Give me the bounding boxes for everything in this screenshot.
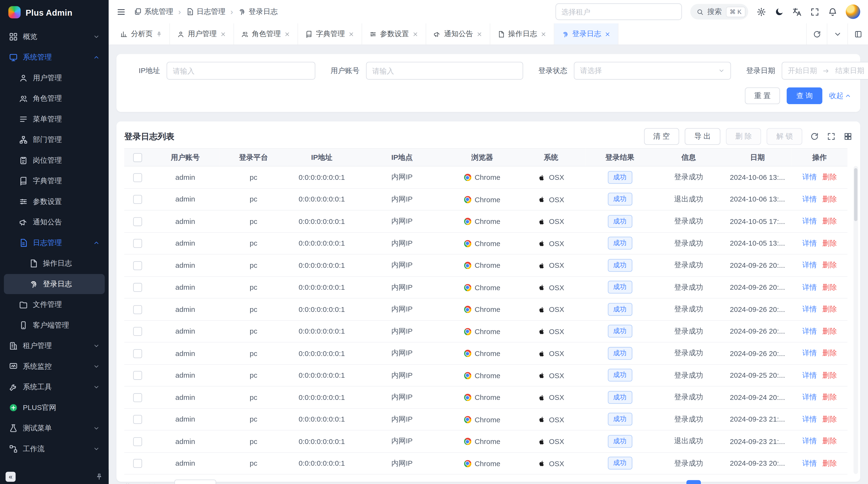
- tab-close-icon[interactable]: [476, 31, 483, 37]
- row-checkbox[interactable]: [133, 327, 142, 336]
- page-number-button[interactable]: 6: [781, 480, 796, 484]
- delete-link[interactable]: 删除: [823, 458, 837, 468]
- tab-close-icon[interactable]: [220, 31, 226, 37]
- unlock-button[interactable]: 解 锁: [767, 128, 802, 144]
- search-input[interactable]: 搜索 ⌘ K: [690, 4, 748, 20]
- sidebar-collapse-button[interactable]: «: [5, 472, 16, 482]
- first-page-button[interactable]: [629, 480, 644, 484]
- detail-link[interactable]: 详情: [802, 414, 817, 424]
- page-number-button[interactable]: 4: [743, 480, 757, 484]
- sidebar-item[interactable]: 工作流: [4, 439, 105, 459]
- delete-link[interactable]: 删除: [823, 172, 837, 183]
- sidebar-item[interactable]: 操作日志: [4, 253, 105, 273]
- detail-link[interactable]: 详情: [802, 370, 817, 380]
- tab[interactable]: 操作日志: [490, 23, 554, 44]
- tab-close-icon[interactable]: [540, 31, 546, 37]
- sidebar-item[interactable]: 租户管理: [4, 336, 105, 356]
- sidebar-item[interactable]: PLUS官网: [4, 398, 105, 418]
- row-checkbox[interactable]: [133, 349, 142, 358]
- page-number-button[interactable]: 2: [705, 480, 720, 484]
- row-checkbox[interactable]: [133, 217, 142, 226]
- collapse-filter-link[interactable]: 收起: [829, 91, 851, 101]
- row-checkbox[interactable]: [133, 459, 142, 468]
- tab[interactable]: 用户管理: [170, 23, 234, 44]
- fullscreen-icon[interactable]: [810, 7, 819, 17]
- page-number-button[interactable]: 1: [686, 480, 701, 484]
- select-all-checkbox[interactable]: [133, 153, 142, 162]
- prev-page-button[interactable]: [668, 480, 682, 484]
- delete-link[interactable]: 删除: [823, 392, 837, 402]
- next-page-button[interactable]: [800, 480, 814, 484]
- tabs-dropdown-button[interactable]: [827, 23, 847, 44]
- tab[interactable]: 分析页: [113, 23, 170, 44]
- detail-link[interactable]: 详情: [802, 348, 817, 358]
- prev-5-pages-button[interactable]: [649, 480, 663, 484]
- detail-link[interactable]: 详情: [802, 304, 817, 314]
- delete-link[interactable]: 删除: [823, 282, 837, 292]
- breadcrumb-item[interactable]: 登录日志: [238, 7, 278, 17]
- row-checkbox[interactable]: [133, 393, 142, 402]
- sidebar-item[interactable]: 用户管理: [4, 68, 105, 88]
- delete-link[interactable]: 删除: [823, 260, 837, 270]
- tab-close-icon[interactable]: [604, 31, 611, 37]
- row-checkbox[interactable]: [133, 261, 142, 270]
- last-page-button[interactable]: [838, 480, 852, 484]
- sidebar-item[interactable]: 菜单管理: [4, 109, 105, 129]
- breadcrumb-item[interactable]: 系统管理: [134, 7, 173, 17]
- delete-link[interactable]: 删除: [823, 414, 837, 424]
- breadcrumb-item[interactable]: 日志管理: [186, 7, 225, 17]
- row-checkbox[interactable]: [133, 173, 142, 182]
- detail-link[interactable]: 详情: [802, 194, 817, 204]
- query-button[interactable]: 查 询: [787, 88, 823, 104]
- row-checkbox[interactable]: [133, 371, 142, 380]
- page-number-button[interactable]: 3: [724, 480, 739, 484]
- tab[interactable]: 通知公告: [426, 23, 490, 44]
- row-checkbox[interactable]: [133, 305, 142, 314]
- detail-link[interactable]: 详情: [802, 282, 817, 292]
- refresh-icon[interactable]: [810, 132, 819, 141]
- ip-input[interactable]: [167, 62, 316, 79]
- tab[interactable]: 角色管理: [234, 23, 298, 44]
- tabs-refresh-button[interactable]: [806, 23, 827, 44]
- gear-icon[interactable]: [756, 7, 766, 17]
- page-size-select[interactable]: 20条/页: [174, 480, 216, 484]
- row-checkbox[interactable]: [133, 415, 142, 424]
- scrollbar-thumb[interactable]: [854, 168, 858, 221]
- pin-icon[interactable]: [95, 473, 103, 481]
- delete-link[interactable]: 删除: [823, 326, 837, 336]
- sidebar-item[interactable]: 岗位管理: [4, 151, 105, 170]
- sidebar-item[interactable]: 角色管理: [4, 89, 105, 108]
- page-number-button[interactable]: 5: [762, 480, 777, 484]
- tab[interactable]: 登录日志: [554, 23, 618, 44]
- row-checkbox[interactable]: [133, 195, 142, 204]
- reset-button[interactable]: 重 置: [745, 88, 780, 104]
- tabs-layout-button[interactable]: [847, 23, 868, 44]
- delete-link[interactable]: 删除: [823, 238, 837, 248]
- status-select[interactable]: 请选择: [574, 62, 731, 79]
- sidebar-item[interactable]: 通知公告: [4, 212, 105, 232]
- sidebar-item[interactable]: 文件管理: [4, 295, 105, 315]
- avatar[interactable]: [846, 4, 860, 19]
- detail-link[interactable]: 详情: [802, 392, 817, 402]
- column-settings-icon[interactable]: [843, 132, 852, 141]
- bell-icon[interactable]: [828, 7, 837, 17]
- tab-close-icon[interactable]: [284, 31, 290, 37]
- detail-link[interactable]: 详情: [802, 172, 817, 183]
- row-checkbox[interactable]: [133, 283, 142, 292]
- date-range-picker[interactable]: 开始日期 结束日期: [782, 62, 868, 79]
- clear-button[interactable]: 清 空: [644, 128, 679, 144]
- translate-icon[interactable]: [792, 7, 802, 17]
- row-checkbox[interactable]: [133, 239, 142, 248]
- sidebar-item[interactable]: 字典管理: [4, 171, 105, 191]
- sidebar-item[interactable]: 概览: [4, 27, 105, 47]
- tab[interactable]: 参数设置: [362, 23, 426, 44]
- sidebar-item[interactable]: 系统工具: [4, 377, 105, 397]
- table-fullscreen-icon[interactable]: [827, 132, 836, 141]
- detail-link[interactable]: 详情: [802, 436, 817, 446]
- detail-link[interactable]: 详情: [802, 458, 817, 468]
- moon-icon[interactable]: [774, 7, 784, 17]
- sidebar-item[interactable]: 客户端管理: [4, 315, 105, 335]
- account-input[interactable]: [366, 62, 523, 79]
- detail-link[interactable]: 详情: [802, 216, 817, 226]
- pin-icon[interactable]: [156, 31, 162, 37]
